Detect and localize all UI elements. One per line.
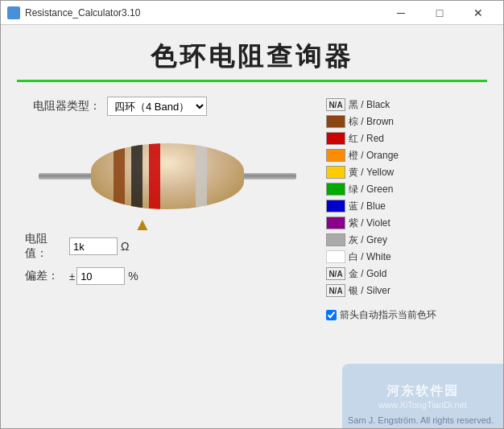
color-row-2: 红 / Red (326, 130, 495, 146)
resistance-unit: Ω (121, 240, 129, 253)
color-row-4: 黄 / Yellow (326, 164, 495, 180)
main-window: Resistance_Calculator3.10 ─ □ ✕ 色环电阻查询器 … (0, 0, 504, 429)
auto-arrow-checkbox[interactable] (326, 310, 337, 320)
color-name-7: 紫 / Violet (349, 217, 390, 230)
type-label: 电阻器类型： (33, 99, 101, 113)
tolerance-pm: ± (69, 270, 75, 283)
watermark-line1: 河东软件园 (386, 383, 459, 400)
resistance-input[interactable] (69, 237, 118, 255)
band-3[interactable] (149, 143, 160, 209)
watermark: 河东软件园 www.XiTongTianDi.net (342, 364, 503, 428)
color-name-8: 灰 / Grey (349, 233, 387, 247)
minimize-button[interactable]: ─ (382, 1, 419, 25)
arrow-indicator: ▲ (134, 214, 151, 235)
close-button[interactable]: ✕ (460, 1, 497, 25)
color-name-11: 银 / Silver (349, 284, 390, 298)
title-underline (17, 80, 487, 82)
color-swatch-7 (326, 217, 345, 229)
color-row-7: 紫 / Violet (326, 215, 495, 231)
color-row-6: 蓝 / Blue (326, 198, 495, 214)
resistance-row: 电阻值： Ω (25, 232, 129, 261)
band-2[interactable] (131, 143, 143, 209)
checkbox-label: 箭头自动指示当前色环 (340, 308, 436, 322)
type-select[interactable]: 四环（4 Band） 五环（5 Band） (107, 97, 207, 116)
color-name-5: 绿 / Green (349, 183, 393, 196)
resistance-label: 电阻值： (25, 232, 69, 261)
left-panel: 电阻器类型： 四环（4 Band） 五环（5 Band） (9, 90, 326, 410)
titlebar-left: Resistance_Calculator3.10 (7, 6, 140, 19)
color-swatch-8 (326, 233, 345, 246)
tolerance-label: 偏差： (25, 269, 69, 283)
color-swatch-0: N/A (326, 98, 345, 111)
color-name-4: 黄 / Yellow (349, 166, 394, 179)
main-title: 色环电阻查询器 (1, 25, 503, 80)
tolerance-unit: % (128, 270, 138, 283)
color-row-0: N/A黑 / Black (326, 97, 495, 113)
color-name-6: 蓝 / Blue (349, 200, 386, 213)
color-row-5: 绿 / Green (326, 181, 495, 197)
tolerance-row: 偏差： ± % (25, 267, 138, 285)
titlebar-controls: ─ □ ✕ (382, 1, 497, 25)
main-area: 电阻器类型： 四环（4 Band） 五环（5 Band） (1, 90, 503, 410)
band-1[interactable] (114, 143, 125, 209)
band-4[interactable] (196, 143, 207, 209)
wire-right (240, 173, 296, 179)
app-icon (7, 6, 20, 19)
color-swatch-1 (326, 115, 345, 128)
color-swatch-9 (326, 250, 345, 263)
titlebar: Resistance_Calculator3.10 ─ □ ✕ (1, 1, 503, 25)
color-row-10: N/A金 / Gold (326, 266, 495, 282)
color-row-11: N/A银 / Silver (326, 283, 495, 299)
color-swatch-10: N/A (326, 267, 345, 280)
maximize-button[interactable]: □ (421, 1, 458, 25)
resistor-illustration: ▲ (39, 129, 296, 225)
resistor-body (91, 143, 244, 209)
color-name-9: 白 / White (349, 250, 391, 264)
color-legend: N/A黑 / Black棕 / Brown红 / Red橙 / Orange黄 … (326, 97, 495, 299)
color-swatch-2 (326, 132, 345, 145)
color-swatch-5 (326, 183, 345, 196)
tolerance-input[interactable] (76, 267, 125, 285)
color-row-3: 橙 / Orange (326, 147, 495, 163)
color-name-10: 金 / Gold (349, 267, 386, 281)
color-row-8: 灰 / Grey (326, 232, 495, 248)
color-name-2: 红 / Red (349, 132, 384, 146)
main-content: 色环电阻查询器 电阻器类型： 四环（4 Band） 五环（5 Band） (1, 25, 503, 428)
color-name-0: 黑 / Black (349, 98, 390, 112)
type-row: 电阻器类型： 四环（4 Band） 五环（5 Band） (33, 97, 207, 116)
color-name-3: 橙 / Orange (349, 149, 399, 163)
wire-left (39, 173, 95, 179)
window-title: Resistance_Calculator3.10 (25, 7, 140, 19)
color-row-1: 棕 / Brown (326, 113, 495, 130)
color-swatch-6 (326, 200, 345, 212)
color-swatch-4 (326, 166, 345, 179)
checkbox-row: 箭头自动指示当前色环 (326, 308, 495, 322)
color-swatch-11: N/A (326, 284, 345, 297)
color-name-1: 棕 / Brown (349, 115, 394, 129)
right-panel: N/A黑 / Black棕 / Brown红 / Red橙 / Orange黄 … (326, 90, 495, 410)
color-row-9: 白 / White (326, 249, 495, 265)
watermark-line2: www.XiTongTianDi.net (378, 400, 467, 410)
color-swatch-3 (326, 149, 345, 162)
